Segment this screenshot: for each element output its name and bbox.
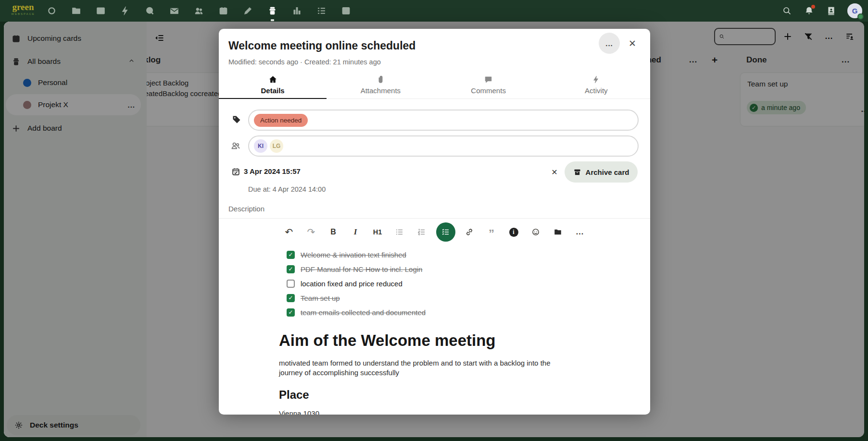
description-clipped-text: Vienna 1030: [279, 409, 319, 415]
assignee-avatar[interactable]: KI: [254, 139, 267, 153]
emoji-icon[interactable]: [528, 224, 544, 240]
home-icon: [268, 75, 277, 84]
archive-card-button[interactable]: Archive card: [565, 161, 638, 183]
card-title: Welcome meeting online scheduled: [228, 39, 415, 52]
checklist-item: ✓ Team set up: [287, 291, 426, 305]
notifications-bell-icon[interactable]: [803, 5, 815, 17]
description-paragraph: motivated team formed to understand the …: [279, 358, 555, 378]
photos-icon[interactable]: [95, 5, 106, 16]
clear-date-icon[interactable]: ✕: [548, 165, 561, 179]
checklist-item: location fixed and price reduced: [287, 276, 426, 291]
user-status-dot: [857, 13, 864, 20]
checklist-item: ✓ team emails collected and documented: [287, 305, 426, 319]
tab-activity[interactable]: Activity: [542, 71, 650, 98]
tab-label: Attachments: [361, 86, 401, 95]
assignees-icon: [230, 140, 241, 151]
checklist-item: ✓ PDF Manual for NC How to incl. Login: [287, 262, 426, 276]
avatar-initial: G: [852, 7, 858, 15]
heading-1-icon[interactable]: H1: [370, 224, 386, 240]
redo-icon[interactable]: ↷: [303, 224, 319, 240]
bullet-list-icon[interactable]: [392, 224, 408, 240]
calendar-check-icon: [230, 166, 241, 177]
due-at-text: Due at: 4 Apr 2024 14:00: [248, 185, 326, 193]
checklist: ✓ Welcome & inivation text finished ✓ PD…: [287, 247, 426, 319]
tab-attachments[interactable]: Attachments: [327, 71, 434, 98]
calendar-icon[interactable]: [218, 5, 229, 16]
card-details-modal: Welcome meeting online scheduled ... ✕ M…: [219, 29, 650, 415]
tags-field[interactable]: Action needed: [248, 110, 639, 131]
archive-icon: [573, 168, 581, 176]
checkbox-checked-icon[interactable]: ✓: [287, 251, 295, 259]
ordered-list-icon[interactable]: [414, 224, 430, 240]
file-folder-icon[interactable]: [550, 224, 566, 240]
link-icon[interactable]: [462, 224, 478, 240]
contacts-icon[interactable]: [193, 5, 204, 16]
bold-icon[interactable]: B: [326, 224, 341, 240]
top-header: green WEBSPACE G: [0, 0, 868, 22]
header-right: G: [781, 0, 862, 22]
mail-icon[interactable]: [169, 5, 180, 16]
comment-icon: [484, 75, 493, 84]
tab-comments[interactable]: Comments: [435, 71, 542, 98]
checklist-item-label: location fixed and price reduced: [301, 280, 403, 288]
tab-label: Activity: [585, 86, 608, 95]
checklist-item-label: PDF Manual for NC How to incl. Login: [301, 265, 422, 273]
toolbar-more-icon[interactable]: ...: [572, 224, 588, 240]
description-label: Description: [228, 205, 264, 213]
description-heading1: Aim of the Welcome meeting: [279, 331, 495, 350]
close-icon[interactable]: ✕: [625, 36, 640, 51]
tasks-icon[interactable]: [316, 5, 327, 16]
archive-card-label: Archive card: [586, 168, 629, 176]
blockquote-icon[interactable]: ”: [484, 224, 500, 240]
italic-icon[interactable]: I: [348, 224, 364, 240]
undo-icon[interactable]: ↶: [281, 224, 297, 240]
app-menu: [46, 0, 352, 22]
dashboard-icon[interactable]: [46, 5, 57, 16]
unified-search-icon[interactable]: [781, 5, 793, 17]
checkbox-checked-icon[interactable]: ✓: [287, 294, 295, 302]
lightning-icon: [591, 75, 601, 84]
paperclip-icon: [376, 75, 385, 84]
logo-subtitle: WEBSPACE: [8, 12, 38, 15]
checkbox-unchecked-icon[interactable]: [287, 280, 295, 288]
notification-badge: [811, 5, 815, 9]
checklist-item-label: Team set up: [301, 294, 340, 302]
card-tabs: Details Attachments Comments Activity: [219, 71, 650, 99]
analytics-icon[interactable]: [291, 5, 302, 16]
checkbox-checked-icon[interactable]: ✓: [287, 308, 295, 317]
tag-icon: [231, 114, 242, 125]
notes-icon[interactable]: [242, 5, 253, 16]
assignee-avatar[interactable]: LG: [270, 139, 283, 153]
logo-title: green: [8, 2, 38, 12]
checkbox-checked-icon[interactable]: ✓: [287, 265, 295, 273]
assignees-field[interactable]: KI LG: [248, 135, 639, 157]
tab-label: Details: [261, 86, 285, 95]
editor-toolbar: ↶ ↷ B I H1 ” i ...: [219, 221, 650, 243]
deck-icon[interactable]: [267, 5, 278, 16]
tag-action-needed[interactable]: Action needed: [254, 114, 308, 127]
activity-icon[interactable]: [120, 5, 131, 16]
checklist-item-label: team emails collected and documented: [301, 308, 426, 317]
callout-info-icon[interactable]: i: [506, 224, 522, 240]
task-list-icon[interactable]: [436, 222, 455, 242]
talk-icon[interactable]: [144, 5, 155, 16]
logo[interactable]: green WEBSPACE: [8, 2, 38, 15]
tab-details[interactable]: Details: [219, 71, 327, 98]
divider: [219, 218, 650, 219]
card-meta: Modified: seconds ago · Created: 21 minu…: [228, 58, 381, 66]
user-avatar[interactable]: G: [847, 3, 862, 18]
checklist-item: ✓ Welcome & inivation text finished: [287, 247, 426, 262]
tab-label: Comments: [471, 86, 506, 95]
forms-icon[interactable]: [340, 5, 352, 16]
description-heading2: Place: [279, 388, 309, 402]
due-date-value[interactable]: 3 Apr 2024 15:57: [244, 167, 301, 175]
checklist-item-label: Welcome & inivation text finished: [301, 251, 406, 259]
card-menu-more-icon[interactable]: ...: [599, 33, 620, 54]
contacts-menu-icon[interactable]: [825, 5, 837, 17]
files-icon[interactable]: [71, 5, 82, 16]
